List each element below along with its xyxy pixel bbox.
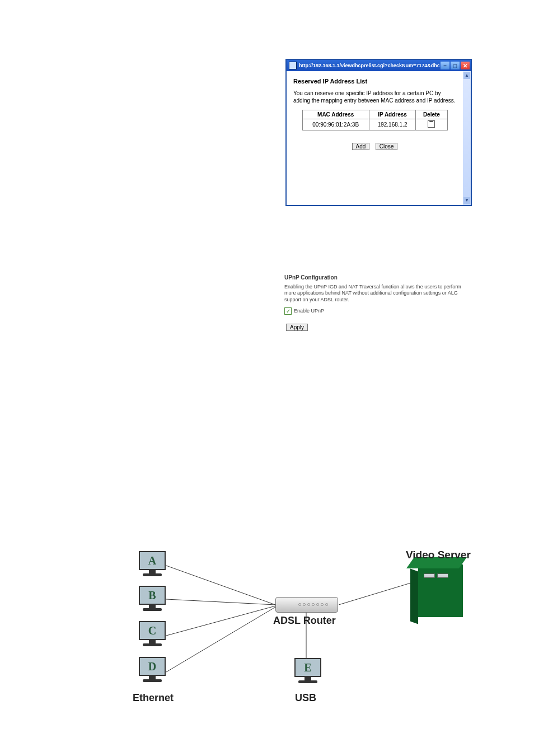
svg-line-3 — [166, 607, 275, 672]
video-server — [418, 564, 463, 617]
pc-b: B — [138, 586, 166, 611]
window-close-button[interactable]: ✕ — [461, 62, 470, 69]
col-ip: IP Address — [369, 110, 415, 119]
pc-c-label: C — [139, 621, 166, 640]
scroll-down-icon[interactable]: ▼ — [463, 197, 470, 204]
add-button[interactable]: Add — [352, 143, 370, 150]
dialog-heading: Reserved IP Address List — [293, 78, 456, 85]
apply-button[interactable]: Apply — [286, 324, 308, 331]
server-label: Video Server — [406, 549, 471, 561]
dialog-intro: You can reserve one specific IP address … — [293, 90, 456, 104]
pc-e: E — [294, 658, 322, 683]
table-row: 00:90:96:01:2A:3B 192.168.1.2 — [302, 119, 447, 130]
trash-icon[interactable] — [428, 120, 435, 128]
usb-label: USB — [295, 692, 316, 704]
close-button[interactable]: Close — [376, 143, 398, 150]
ethernet-label: Ethernet — [133, 692, 174, 704]
scrollbar[interactable]: ▲ ▼ — [463, 71, 471, 205]
adsl-router — [275, 597, 337, 613]
col-mac: MAC Address — [302, 110, 369, 119]
svg-line-0 — [166, 566, 275, 605]
upnp-heading: UPnP Configuration — [284, 274, 466, 281]
reserved-ip-table: MAC Address IP Address Delete 00:90:96:0… — [302, 110, 448, 130]
reserved-ip-dialog: http://192.168.1.1/viewdhcprelist.cgi?ch… — [285, 59, 472, 206]
router-label: ADSL Router — [273, 615, 336, 627]
dialog-titlebar[interactable]: http://192.168.1.1/viewdhcprelist.cgi?ch… — [287, 60, 471, 71]
scroll-up-icon[interactable]: ▲ — [463, 72, 470, 79]
svg-line-1 — [166, 599, 275, 605]
pc-b-label: B — [139, 586, 166, 605]
cell-mac: 00:90:96:01:2A:3B — [302, 119, 369, 130]
dialog-url: http://192.168.1.1/viewdhcprelist.cgi?ch… — [299, 63, 439, 68]
pc-e-label: E — [294, 658, 321, 677]
enable-upnp-label: Enable UPnP — [294, 308, 324, 314]
table-header-row: MAC Address IP Address Delete — [302, 110, 447, 119]
upnp-config-panel: UPnP Configuration Enabling the UPnP IGD… — [284, 274, 466, 332]
pc-d-label: D — [139, 657, 166, 676]
page-icon — [289, 62, 297, 69]
svg-line-2 — [166, 606, 275, 636]
cell-delete — [416, 119, 447, 130]
upnp-description: Enabling the UPnP IGD and NAT Traversal … — [284, 284, 466, 303]
pc-a-label: A — [139, 551, 166, 570]
window-minimize-button[interactable]: – — [441, 62, 449, 69]
enable-upnp-checkbox[interactable]: ✓ — [284, 307, 292, 315]
pc-c: C — [138, 621, 166, 646]
check-icon: ✓ — [286, 309, 291, 314]
svg-line-5 — [339, 582, 413, 605]
cell-ip: 192.168.1.2 — [369, 119, 415, 130]
col-delete: Delete — [416, 110, 447, 119]
window-maximize-button[interactable]: □ — [451, 62, 460, 69]
pc-d: D — [138, 657, 166, 682]
network-diagram: A B C D ADSL Router E Video Server Ether… — [133, 549, 474, 722]
pc-a: A — [138, 551, 166, 576]
